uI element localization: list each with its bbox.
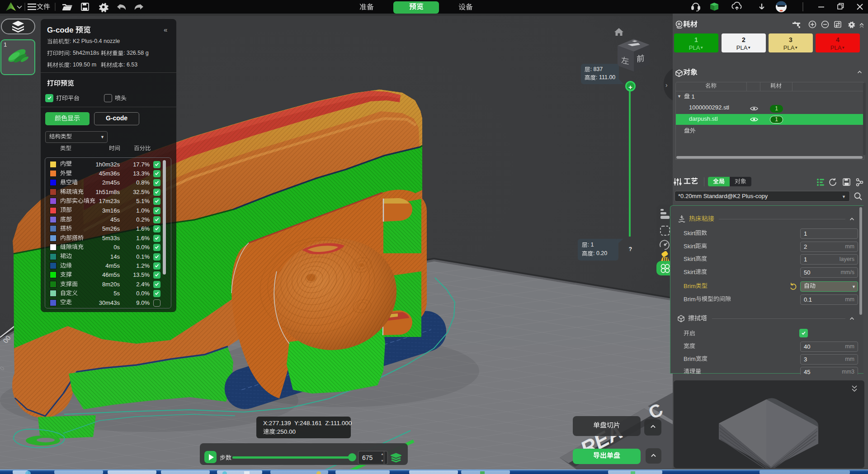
svg-text:›: › xyxy=(665,81,668,89)
